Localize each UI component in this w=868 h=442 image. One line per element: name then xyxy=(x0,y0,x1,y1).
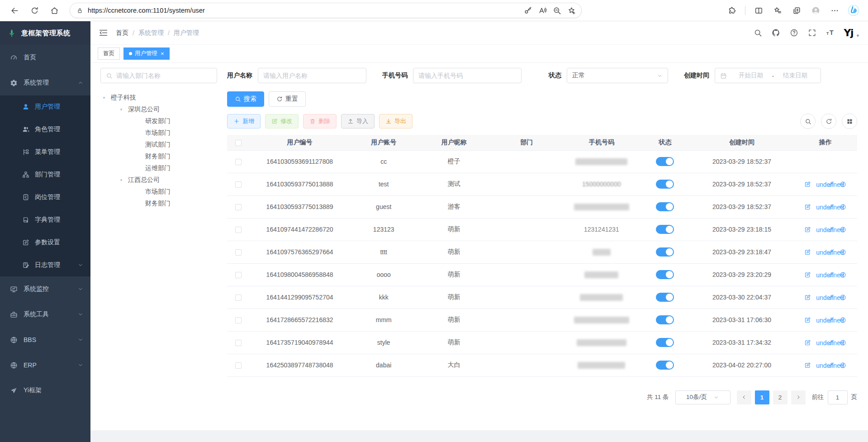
edit-icon[interactable] xyxy=(804,249,811,256)
breadcrumb-item[interactable]: 用户管理 xyxy=(174,29,199,37)
phone-input[interactable] xyxy=(418,72,516,79)
tree-node[interactable]: 测试部门 xyxy=(100,139,217,151)
tree-node[interactable]: 研发部门 xyxy=(100,115,217,127)
import-button[interactable]: 导入 xyxy=(341,114,375,128)
tree-node[interactable]: ▼江西总公司 xyxy=(100,174,217,186)
fullscreen-button[interactable] xyxy=(808,29,816,37)
reset-password-icon[interactable] xyxy=(828,294,835,301)
reset-password-icon[interactable] xyxy=(828,362,835,369)
back-button[interactable] xyxy=(6,3,23,18)
status-toggle-on[interactable] xyxy=(656,315,674,324)
row-checkbox[interactable] xyxy=(235,295,242,301)
collections-button[interactable] xyxy=(788,3,805,18)
page-button-1[interactable]: 1 xyxy=(755,390,769,404)
edit-icon[interactable] xyxy=(804,204,811,210)
refresh-button[interactable] xyxy=(26,3,43,18)
assign-role-icon[interactable] xyxy=(840,294,846,301)
delete-icon[interactable]: undefined xyxy=(816,362,823,369)
start-date-placeholder[interactable]: 开始日期 xyxy=(730,71,771,80)
sidebar-subitem-dept[interactable]: 部门管理 xyxy=(0,163,90,186)
status-select[interactable]: 正常 xyxy=(567,68,668,83)
status-toggle-on[interactable] xyxy=(656,361,674,370)
reset-password-icon[interactable] xyxy=(828,339,835,346)
assign-role-icon[interactable] xyxy=(840,204,846,210)
goto-page-input[interactable] xyxy=(828,390,848,404)
assign-role-icon[interactable] xyxy=(840,271,846,278)
refresh-option-button[interactable] xyxy=(821,114,836,129)
edit-icon[interactable] xyxy=(804,226,811,233)
reset-password-icon[interactable] xyxy=(828,226,835,233)
row-checkbox[interactable] xyxy=(235,159,242,165)
prev-page-button[interactable] xyxy=(737,390,751,404)
select-all-checkbox[interactable] xyxy=(235,140,242,146)
font-size-button[interactable]: TT xyxy=(826,29,835,37)
app-logo[interactable]: 意框架管理系统 xyxy=(0,21,90,45)
breadcrumb-item[interactable]: 系统管理 xyxy=(138,29,164,37)
reset-password-icon[interactable] xyxy=(828,249,835,256)
delete-icon[interactable]: undefined xyxy=(816,317,823,323)
github-button[interactable] xyxy=(772,29,780,37)
date-range-picker[interactable]: 开始日期 - 结束日期 xyxy=(715,68,821,83)
delete-icon[interactable]: undefined xyxy=(816,249,823,256)
profile-button[interactable] xyxy=(807,3,824,18)
url-text[interactable]: https://ccnetcore.com:1101/system/user xyxy=(88,7,521,14)
sidebar-item-tools[interactable]: 系统工具 xyxy=(0,302,90,327)
department-search[interactable] xyxy=(100,68,217,83)
phone-field[interactable] xyxy=(413,68,522,83)
row-checkbox[interactable] xyxy=(235,181,242,188)
search-button[interactable]: 搜索 xyxy=(227,91,264,107)
edit-icon[interactable] xyxy=(804,362,811,369)
extensions-button[interactable] xyxy=(724,3,740,18)
status-toggle-on[interactable] xyxy=(656,225,674,234)
end-date-placeholder[interactable]: 结束日期 xyxy=(775,71,816,80)
username-input[interactable] xyxy=(263,72,361,79)
close-icon[interactable]: × xyxy=(161,51,164,57)
page-size-select[interactable]: 10条/页 xyxy=(675,390,730,404)
tree-node[interactable]: 市场部门 xyxy=(100,127,217,139)
tree-node[interactable]: 运维部门 xyxy=(100,162,217,174)
sidebar-subitem-user[interactable]: 用户管理 xyxy=(0,95,90,118)
sidebar-item-yi[interactable]: Yi框架 xyxy=(0,378,90,403)
sidebar-subitem-post[interactable]: 岗位管理 xyxy=(0,186,90,209)
home-button[interactable] xyxy=(46,3,62,18)
split-screen-button[interactable] xyxy=(750,3,767,18)
edit-icon[interactable] xyxy=(804,271,811,278)
row-checkbox[interactable] xyxy=(235,249,242,256)
sidebar-subitem-dict[interactable]: 字典管理 xyxy=(0,209,90,231)
help-button[interactable] xyxy=(790,29,798,37)
row-checkbox[interactable] xyxy=(235,204,242,210)
delete-icon[interactable]: undefined xyxy=(816,226,823,233)
reset-button[interactable]: 重置 xyxy=(269,91,306,107)
sidebar-item-system[interactable]: 系统管理 xyxy=(0,70,90,95)
delete-icon[interactable]: undefined xyxy=(816,181,823,188)
sidebar-item-home[interactable]: 首页 xyxy=(0,45,90,70)
delete-icon[interactable]: undefined xyxy=(816,271,823,278)
row-checkbox[interactable] xyxy=(235,317,242,323)
tree-node[interactable]: 市场部门 xyxy=(100,186,217,198)
sidebar-subitem-menu[interactable]: 菜单管理 xyxy=(0,141,90,163)
grid-option-button[interactable] xyxy=(842,114,857,129)
status-toggle-on[interactable] xyxy=(656,157,674,166)
delete-button[interactable]: 删除 xyxy=(303,114,337,128)
address-bar[interactable]: https://ccnetcore.com:1101/system/user xyxy=(70,3,582,18)
favorite-add-button[interactable] xyxy=(564,3,579,18)
favorites-button[interactable] xyxy=(769,3,786,18)
tab-home[interactable]: 首页 xyxy=(98,48,120,60)
read-aloud-button[interactable] xyxy=(535,3,550,18)
edit-icon[interactable] xyxy=(804,294,811,301)
status-toggle-on[interactable] xyxy=(656,202,674,211)
edit-icon[interactable] xyxy=(804,181,811,188)
tree-node[interactable]: ▼深圳总公司 xyxy=(100,104,217,115)
tree-node[interactable]: 财务部门 xyxy=(100,198,217,209)
tree-node[interactable]: 财务部门 xyxy=(100,151,217,162)
copilot-button[interactable] xyxy=(845,3,862,18)
reset-password-icon[interactable] xyxy=(828,317,835,323)
delete-icon[interactable]: undefined xyxy=(816,294,823,301)
department-search-input[interactable] xyxy=(116,72,212,79)
username-field[interactable] xyxy=(258,68,366,83)
assign-role-icon[interactable] xyxy=(840,181,846,188)
user-avatar[interactable]: Yj ▼ xyxy=(844,27,860,38)
zoom-out-button[interactable] xyxy=(550,3,564,18)
sidebar-item-bbs[interactable]: BBS xyxy=(0,327,90,352)
status-toggle-on[interactable] xyxy=(656,293,674,302)
